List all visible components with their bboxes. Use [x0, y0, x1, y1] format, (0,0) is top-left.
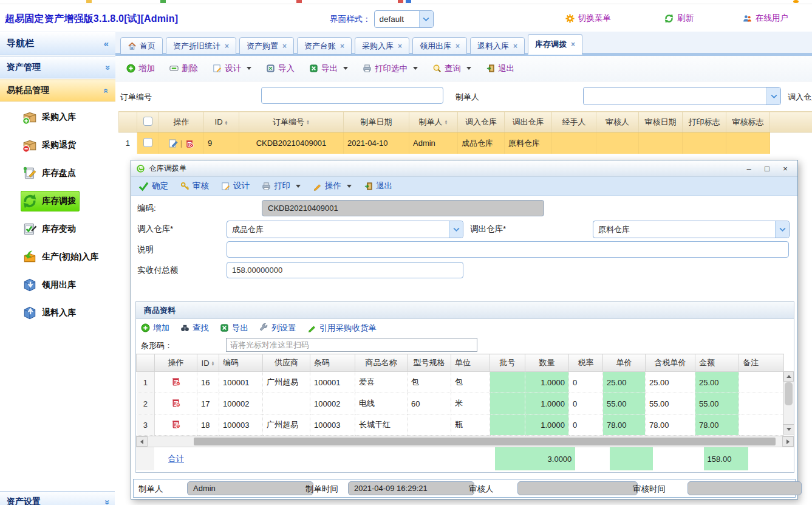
online-users-button[interactable]: 在线用户 [742, 13, 788, 24]
sidebar-item-production-in[interactable]: 生产(初始)入库 [21, 247, 102, 267]
order-row-selected[interactable]: 1 | 9 CKDB20210409001 2021-04-10 Admin 成… [119, 132, 812, 154]
interface-style-select[interactable]: default [374, 10, 434, 28]
cell-amount[interactable]: 78.00 [695, 414, 739, 436]
trash-icon[interactable] [171, 397, 181, 408]
pcol-code[interactable]: 编码 [219, 354, 263, 372]
pcol-barcode[interactable]: 条码 [310, 354, 355, 372]
tab-issue-out[interactable]: 领用出库 [412, 37, 467, 55]
pcol-price[interactable]: 单价 [603, 354, 646, 372]
cell-amount[interactable]: 55.00 [695, 393, 739, 414]
close-icon[interactable] [513, 42, 517, 50]
confirm-button[interactable]: 确定 [138, 180, 168, 191]
sidebar-section-consumables[interactable]: 易耗品管理 [0, 80, 115, 101]
sort-icon[interactable] [306, 120, 310, 125]
col-audit-flag[interactable]: 审核标志 [726, 112, 770, 132]
refresh-button[interactable]: 刷新 [664, 13, 694, 24]
pcol-remark[interactable]: 备注 [739, 354, 784, 372]
tab-asset-ledger[interactable]: 资产台账 [297, 37, 352, 55]
pcol-spec[interactable]: 型号规格 [408, 354, 451, 372]
close-icon[interactable] [398, 42, 402, 50]
print-selected-button[interactable]: 打印选中 [363, 63, 418, 74]
col-auditor[interactable]: 审核人 [596, 112, 639, 132]
trash-icon[interactable] [171, 376, 181, 386]
cell-price[interactable]: 25.00 [603, 372, 646, 393]
pcol-tax[interactable]: 税率 [569, 354, 603, 372]
total-link[interactable]: 合计 [168, 454, 184, 463]
note-input[interactable] [227, 241, 789, 258]
sort-icon[interactable] [211, 361, 215, 366]
col-audit-date[interactable]: 审核日期 [639, 112, 683, 132]
col-warehouse-in[interactable]: 调入仓库 [458, 112, 505, 132]
product-row[interactable]: 2 17 100002 100002 电线 60 米 1.0000 0 55.0… [137, 393, 784, 414]
cell-qty[interactable]: 1.0000 [525, 393, 569, 414]
row-checkbox[interactable] [143, 138, 152, 147]
cell-amount[interactable]: 25.00 [695, 372, 739, 393]
delete-button[interactable]: 删除 [169, 63, 198, 74]
pcol-id[interactable]: ID [197, 354, 219, 372]
scroll-up-button[interactable] [783, 371, 794, 382]
audit-button[interactable]: 审核 [180, 180, 209, 191]
sidebar-item-stocktake[interactable]: 库存盘点 [21, 163, 80, 184]
pcol-batch[interactable]: 批号 [490, 354, 525, 372]
close-icon[interactable] [282, 42, 287, 50]
cell-qty[interactable]: 1.0000 [525, 372, 569, 393]
row-checkbox-cell[interactable] [137, 132, 159, 154]
col-id[interactable]: ID [204, 112, 239, 132]
pcol-actions[interactable]: 操作 [155, 354, 197, 372]
scroll-right-button[interactable] [782, 436, 794, 447]
minimize-button[interactable]: – [742, 164, 756, 173]
products-add-button[interactable]: 增加 [141, 323, 169, 334]
scroll-left-button[interactable] [136, 436, 148, 447]
total-amount-input[interactable] [227, 262, 463, 278]
col-make-date[interactable]: 制单日期 [344, 112, 409, 132]
chevron-down-icon[interactable] [766, 88, 780, 105]
cell-batch[interactable] [490, 372, 525, 393]
add-button[interactable]: 增加 [126, 63, 155, 74]
collapse-left-icon[interactable] [104, 39, 109, 48]
cell-batch[interactable] [490, 393, 525, 414]
close-button[interactable]: × [778, 164, 793, 173]
tab-material-return[interactable]: 退料入库 [470, 37, 525, 55]
cell-price[interactable]: 78.00 [603, 414, 646, 436]
trash-icon[interactable] [171, 419, 181, 429]
close-icon[interactable] [455, 42, 460, 50]
scrollbar-thumb[interactable] [194, 438, 776, 445]
import-button[interactable]: 导入 [266, 63, 295, 74]
sort-icon[interactable] [445, 120, 448, 125]
close-icon[interactable] [340, 42, 344, 50]
switch-menu-button[interactable]: 切换菜单 [565, 13, 611, 24]
cell-batch[interactable] [490, 414, 525, 436]
chevron-down-icon[interactable] [449, 221, 463, 238]
pcol-name[interactable]: 商品名称 [355, 354, 408, 372]
scroll-down-button[interactable] [783, 424, 794, 435]
col-order-no[interactable]: 订单编号 [239, 112, 344, 132]
dialog-print-button[interactable]: 打印 [262, 180, 301, 191]
col-handler[interactable]: 经手人 [552, 112, 596, 132]
sidebar-nav-header[interactable]: 导航栏 [0, 32, 115, 55]
horizontal-scrollbar[interactable] [136, 436, 794, 447]
sidebar-item-material-return-in[interactable]: 退料入库 [21, 303, 80, 323]
close-icon[interactable] [571, 40, 575, 49]
product-row[interactable]: 1 16 100001 广州超易 100001 爱喜 包 包 1.0000 0 … [137, 372, 784, 393]
tab-stock-transfer[interactable]: 库存调拨 [528, 34, 582, 55]
product-row[interactable]: 3 18 100003 广州超易 100003 长城干红 瓶 1.0000 0 … [137, 414, 784, 436]
select-all-checkbox[interactable] [137, 112, 159, 132]
dialog-titlebar[interactable]: 仓库调拨单 – □ × [131, 160, 797, 177]
tab-home[interactable]: 首页 [120, 37, 163, 55]
maximize-button[interactable]: □ [760, 164, 774, 173]
dialog-design-button[interactable]: 设计 [221, 180, 250, 191]
trash-icon[interactable] [185, 139, 194, 148]
reference-receipt-button[interactable]: 引用采购收货单 [307, 323, 377, 334]
cell-qty[interactable]: 1.0000 [525, 414, 569, 436]
sort-icon[interactable] [225, 120, 228, 125]
exit-button[interactable]: 退出 [486, 63, 514, 74]
sidebar-item-stock-change[interactable]: 库存变动 [21, 219, 80, 239]
sidebar-item-stock-transfer[interactable]: 库存调拨 [21, 191, 80, 211]
maker-select[interactable] [583, 87, 781, 105]
sidebar-item-purchase-in[interactable]: 采购入库 [21, 107, 80, 128]
tab-asset-purchase[interactable]: 资产购置 [239, 37, 294, 55]
pcol-amount[interactable]: 金额 [695, 354, 739, 372]
col-actions[interactable]: 操作 [159, 112, 204, 132]
warehouse-in-select[interactable]: 成品仓库 [227, 221, 463, 238]
pcol-qty[interactable]: 数量 [525, 354, 569, 372]
